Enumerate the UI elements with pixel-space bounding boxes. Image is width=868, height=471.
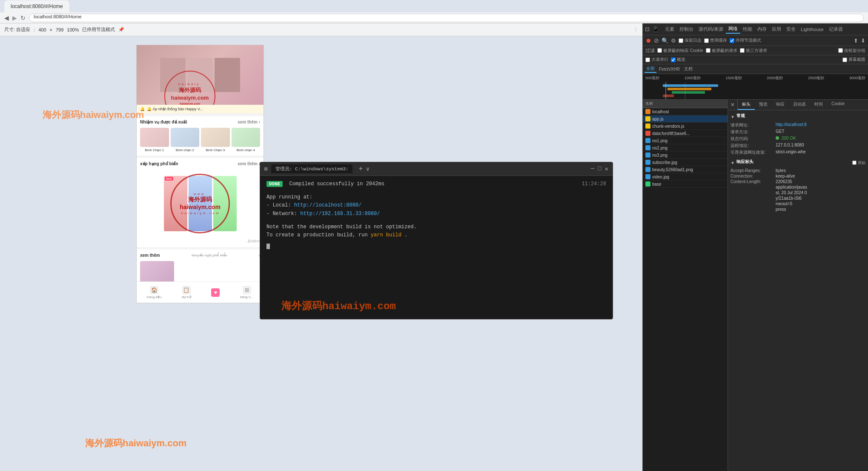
size-label: 尺寸: 自适应 bbox=[4, 26, 30, 33]
close-icon[interactable]: ✕ bbox=[730, 102, 735, 108]
tab-application[interactable]: 应用 bbox=[769, 25, 784, 33]
terminal-tab[interactable]: 管理员: C:\windows\system3: bbox=[271, 164, 353, 173]
tab-network[interactable]: 网络 bbox=[726, 25, 740, 34]
throttle-checkbox[interactable]: 停用节流模式 bbox=[730, 37, 761, 43]
choice-2[interactable]: Bình chọn 2 bbox=[171, 128, 200, 152]
back-icon[interactable]: ◀ bbox=[4, 14, 9, 21]
section-rankings: xếp hạng phổ biển xem thêm › w w w . 海外源… bbox=[137, 158, 264, 247]
more-icon[interactable]: ⋮ bbox=[633, 27, 638, 32]
section2-more[interactable]: xem thêm › bbox=[238, 161, 260, 166]
file-row-no2[interactable]: no2.png bbox=[643, 144, 728, 152]
maximize-button[interactable]: □ bbox=[598, 165, 601, 172]
filter-fetch[interactable]: Fetch/XHR bbox=[657, 65, 682, 73]
new-tab-icon[interactable]: + bbox=[358, 165, 363, 173]
details-tab-response[interactable]: 响应 bbox=[772, 100, 789, 110]
raw-label[interactable]: 原始 bbox=[852, 160, 865, 166]
choice-3[interactable]: Bình Chọn 3 bbox=[201, 128, 230, 152]
tab-elements[interactable]: 元素 bbox=[662, 25, 677, 33]
remote-val: 127.0.0.1:8080 bbox=[776, 143, 865, 149]
settings-icon[interactable]: ⚙ bbox=[671, 37, 676, 44]
t-label-4: 2500毫秒 bbox=[808, 75, 824, 81]
dt-icon-inspect[interactable]: ⊡ bbox=[645, 26, 650, 32]
nav-main[interactable]: ♥ bbox=[211, 288, 220, 297]
file-row-font[interactable]: data:font/ttf;base6... bbox=[643, 130, 728, 137]
t-label-2: 1500毫秒 bbox=[726, 75, 742, 81]
file-row-base[interactable]: base bbox=[643, 181, 728, 188]
file-row-appjs[interactable]: app.js bbox=[643, 115, 728, 123]
export-icon[interactable]: ⬇ bbox=[861, 37, 865, 44]
section3-header: xem thêm khuyến nghị phổ biển › bbox=[140, 253, 260, 258]
large-row-checkbox[interactable]: 大请求行 bbox=[645, 57, 668, 63]
tab-sources[interactable]: 源代码/来源 bbox=[696, 25, 726, 33]
heart-icon: ♥ bbox=[211, 288, 220, 297]
large-row-label: 大请求行 bbox=[651, 57, 668, 63]
file-row-beauty[interactable]: beauty,52660ad1.png bbox=[643, 166, 728, 173]
choice-1[interactable]: Bình Chọn 1 bbox=[140, 128, 169, 152]
address-input[interactable]: localhost:8080/#/Home bbox=[29, 14, 864, 22]
record-icon[interactable]: ⏺ bbox=[645, 37, 651, 44]
import-icon[interactable]: ⬆ bbox=[854, 37, 858, 44]
filter-doc[interactable]: 文档 bbox=[682, 65, 694, 73]
detail-content-length: Content-Length: 2206235 bbox=[730, 179, 865, 184]
more-tabs-icon[interactable]: ∨ bbox=[366, 166, 370, 172]
section1-header: Nhiệm vụ được đề xuất xem thêm › bbox=[140, 120, 260, 124]
blocked-cookie-checkbox[interactable]: 被屏蔽的响应 Cookie bbox=[657, 48, 703, 54]
close-button[interactable]: ✕ bbox=[605, 165, 608, 172]
disable-cache-checkbox[interactable]: 禁用缓存 bbox=[704, 37, 727, 43]
tab-lighthouse[interactable]: Lighthouse bbox=[798, 26, 826, 33]
dt-icon-device[interactable]: 📱 bbox=[652, 26, 659, 32]
screenshot-checkbox[interactable]: 屏幕截图 bbox=[842, 57, 865, 63]
emu-pin[interactable]: 📌 bbox=[118, 27, 124, 32]
nav-home[interactable]: 🏠 trang đầu bbox=[147, 286, 161, 299]
details-tab-timing[interactable]: 时间 bbox=[810, 100, 827, 110]
file-row-no1[interactable]: no1.png bbox=[643, 137, 728, 144]
file-row-localhost[interactable]: localhost bbox=[643, 108, 728, 115]
details-tab-cookie[interactable]: Cookie bbox=[827, 100, 849, 110]
filter-js[interactable] bbox=[695, 65, 699, 73]
frame-group-checkbox[interactable]: 按框架分组 bbox=[838, 48, 865, 54]
details-tab-preview[interactable]: 预览 bbox=[755, 100, 772, 110]
terminal-app-running: App running at: - Local: http://localhos… bbox=[266, 193, 606, 218]
response-expand-icon[interactable]: ▼ bbox=[730, 161, 735, 165]
minimize-button[interactable]: ─ bbox=[591, 165, 594, 172]
file-row-vendors[interactable]: chunk-vendors.js bbox=[643, 123, 728, 130]
address-bar: ◀ ▶ ↻ localhost:8080/#/Home bbox=[0, 12, 868, 23]
tab-security[interactable]: 安全 bbox=[784, 25, 798, 33]
terminal-window[interactable]: ⊞ 管理员: C:\windows\system3: + ∨ ─ □ ✕ DON… bbox=[260, 162, 613, 319]
choice-4[interactable]: Bình chọn 4 bbox=[232, 128, 261, 152]
blocked-req-checkbox[interactable]: 被屏蔽的请求 bbox=[706, 48, 737, 54]
details-tab-initiator[interactable]: 启动器 bbox=[789, 100, 810, 110]
section3-title: xem thêm bbox=[140, 253, 160, 258]
tab-bar: localhost:8080/#/Home bbox=[0, 0, 868, 12]
terminal-cursor bbox=[266, 244, 270, 249]
filter-icon[interactable]: 🔍 bbox=[662, 37, 668, 44]
tab-memory[interactable]: 内存 bbox=[755, 25, 769, 33]
clear-icon[interactable]: ⊘ bbox=[654, 37, 659, 44]
forward-icon[interactable]: ▶ bbox=[12, 14, 17, 21]
site-banner: h a i w a i y . 海外源码haiwaiym.com haiwaiy… bbox=[137, 45, 264, 105]
file-row-video[interactable]: video.jpg bbox=[643, 173, 728, 181]
nav-reserve[interactable]: 📋 dự trữ bbox=[182, 286, 191, 299]
overview-checkbox[interactable]: 概览 bbox=[671, 57, 685, 63]
preserve-log-checkbox[interactable]: 保留日志 bbox=[679, 37, 702, 43]
file-row-subscribe[interactable]: subscribe.jpg bbox=[643, 159, 728, 166]
terminal-cursor-line bbox=[266, 243, 606, 251]
tab-performance[interactable]: 性能 bbox=[740, 25, 755, 33]
file-name-no2: no2.png bbox=[652, 146, 667, 150]
details-close[interactable]: ✕ bbox=[728, 100, 738, 110]
nav-rank[interactable]: ⊞ băng h... bbox=[240, 286, 253, 299]
tab-recorder[interactable]: 记录器 bbox=[826, 25, 845, 33]
file-name-no1: no1.png bbox=[652, 138, 667, 143]
reload-icon[interactable]: ↻ bbox=[20, 14, 26, 21]
response-headers-group: ▼ 响应标头 原始 Accept-Ranges: bytes bbox=[730, 159, 865, 212]
filter-all[interactable]: 全部 bbox=[645, 65, 656, 73]
third-party-checkbox[interactable]: 第三方请求 bbox=[740, 48, 767, 54]
file-row-no3[interactable]: no3.png bbox=[643, 152, 728, 159]
active-tab[interactable]: localhost:8080/#/Home bbox=[4, 0, 69, 12]
detail-connection: Connection: keep-alive bbox=[730, 174, 865, 178]
general-expand-icon[interactable]: ▼ bbox=[730, 115, 735, 119]
tab-console[interactable]: 控制台 bbox=[677, 25, 696, 33]
section1-more[interactable]: xem thêm › bbox=[238, 120, 260, 124]
note-end: . bbox=[404, 232, 407, 238]
details-tab-headers[interactable]: 标头 bbox=[738, 100, 755, 110]
